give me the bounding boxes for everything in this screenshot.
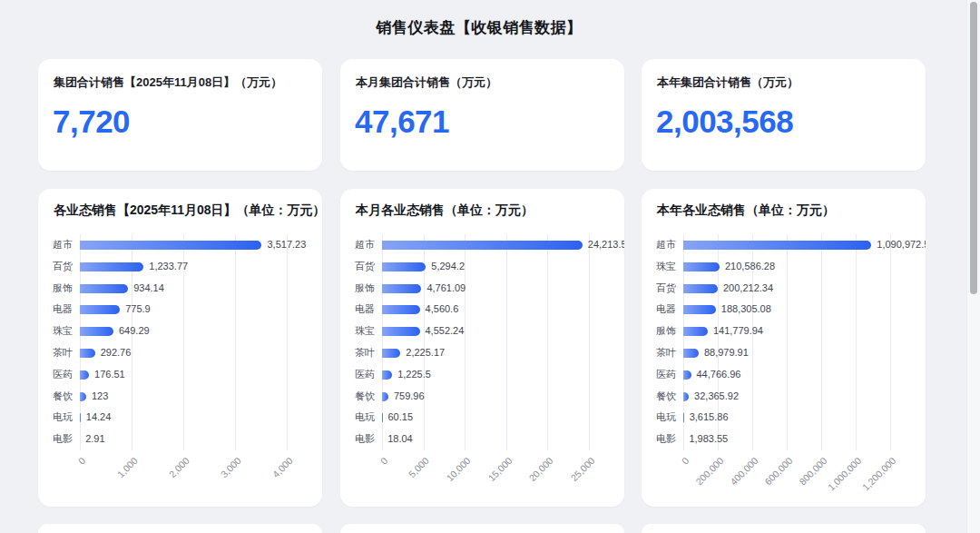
category-label: 珠宝: [647, 256, 676, 278]
kpi-label: 本年集团合计销售（万元）: [657, 74, 799, 91]
bar-value-label: 4,761.09: [426, 278, 466, 300]
bar-value-label: 44,766.96: [697, 364, 741, 386]
bar-value-label: 934.14: [133, 278, 164, 300]
bar-value-label: 4,552.24: [426, 321, 465, 342]
bar-value-label: 5,294.2: [431, 256, 465, 278]
bar: [80, 262, 143, 271]
bar-value-label: 188,305.08: [721, 299, 771, 321]
partial-card: [340, 524, 624, 533]
category-label: 服饰: [346, 278, 375, 300]
bar-value-label: 32,365.92: [694, 386, 739, 408]
bar-value-label: 18.04: [387, 429, 413, 450]
gridline: [506, 234, 507, 450]
bar: [683, 392, 689, 401]
category-label: 百货: [44, 256, 73, 278]
bar-value-label: 1,225.5: [397, 364, 431, 386]
bar: [80, 413, 81, 422]
bar: [683, 327, 708, 336]
bar: [683, 262, 720, 271]
bar: [683, 284, 718, 293]
chart-card-today: 各业态销售【2025年11月08日】（单位：万元） 01,0002,0003,0…: [38, 189, 322, 507]
bar: [80, 284, 128, 293]
category-label: 电玩: [647, 407, 676, 429]
gridline: [787, 234, 788, 450]
bar: [80, 241, 261, 250]
kpi-value: 2,003,568: [656, 104, 793, 140]
bar-value-label: 1,983.55: [689, 429, 728, 450]
chart-card-year: 本年各业态销售（单位：万元） 0200,000400,000600,000800…: [642, 189, 926, 507]
gridline: [465, 234, 466, 450]
category-label: 服饰: [44, 278, 73, 300]
gridline: [589, 234, 590, 450]
bar: [382, 370, 392, 380]
bar: [382, 349, 400, 358]
bar-value-label: 775.9: [125, 299, 151, 321]
category-label: 医药: [44, 364, 73, 386]
bar-value-label: 200,212.34: [723, 278, 773, 300]
page-title: 销售仪表盘【收银销售数据】: [0, 17, 958, 38]
category-label: 电器: [647, 299, 676, 321]
bar-value-label: 14.24: [86, 407, 112, 429]
bar-value-label: 4,560.6: [426, 299, 459, 321]
bar: [382, 241, 583, 250]
chart-card-month: 本月各业态销售（单位：万元） 05,00010,00015,00020,0002…: [340, 189, 624, 507]
category-label: 珠宝: [346, 321, 375, 342]
kpi-value: 47,671: [355, 104, 449, 140]
bar-value-label: 60.15: [388, 407, 414, 429]
bar: [382, 392, 388, 401]
bar: [683, 370, 691, 380]
bar: [80, 392, 86, 401]
category-label: 医药: [346, 364, 375, 386]
bar-value-label: 141,779.94: [713, 321, 763, 342]
bar: [382, 284, 421, 293]
bar: [382, 327, 420, 336]
bar-value-label: 176.51: [94, 364, 125, 386]
bar: [683, 305, 716, 314]
category-label: 百货: [647, 278, 676, 300]
category-label: 电玩: [346, 407, 375, 429]
category-label: 电影: [647, 429, 676, 450]
bar-value-label: 210,586.28: [725, 256, 775, 278]
bar: [382, 305, 420, 314]
category-label: 电器: [346, 299, 375, 321]
gridline: [287, 234, 288, 450]
kpi-card-year: 本年集团合计销售（万元） 2,003,568: [642, 59, 926, 171]
gridline: [547, 234, 548, 450]
gridline: [235, 234, 236, 450]
bar: [80, 305, 120, 314]
category-label: 茶叶: [647, 342, 676, 364]
kpi-card-month: 本月集团合计销售（万元） 47,671: [340, 59, 624, 171]
bar-value-label: 88,979.91: [704, 342, 749, 364]
category-label: 医药: [647, 364, 676, 386]
category-label: 珠宝: [44, 321, 73, 342]
category-label: 电影: [44, 429, 73, 450]
bar-chart-month: 05,00010,00015,00020,00025,000超市24,213.5…: [340, 189, 624, 507]
category-label: 餐饮: [647, 386, 676, 408]
bar: [80, 349, 95, 358]
category-label: 茶叶: [346, 342, 375, 364]
category-label: 百货: [346, 256, 375, 278]
bar: [683, 413, 684, 422]
bar: [683, 349, 699, 358]
category-label: 餐饮: [346, 386, 375, 408]
bar-value-label: 759.96: [394, 386, 425, 408]
bar-value-label: 649.29: [119, 321, 150, 342]
gridline: [821, 234, 822, 450]
bar-value-label: 3,615.86: [690, 407, 729, 429]
category-label: 超市: [647, 234, 676, 256]
bar-value-label: 1,090,972.5: [877, 234, 926, 256]
gridline: [856, 234, 857, 450]
scrollbar-track[interactable]: [966, 0, 980, 533]
scrollbar-thumb[interactable]: [970, 2, 977, 294]
partial-card: [38, 524, 322, 533]
kpi-value: 7,720: [53, 104, 130, 140]
bar: [382, 262, 426, 271]
bar-value-label: 24,213.5: [588, 234, 624, 256]
bar-value-label: 2,225.17: [406, 342, 445, 364]
category-label: 服饰: [647, 321, 676, 342]
bar-chart-year: 0200,000400,000600,000800,0001,000,0001,…: [642, 189, 926, 507]
category-label: 超市: [44, 234, 73, 256]
kpi-card-today: 集团合计销售【2025年11月08日】（万元） 7,720: [38, 59, 322, 171]
bar: [80, 370, 89, 380]
category-label: 超市: [346, 234, 375, 256]
